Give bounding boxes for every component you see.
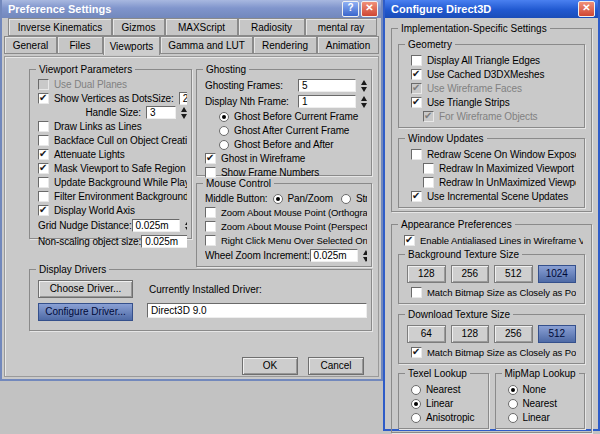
group-legend: Background Texture Size	[405, 249, 522, 260]
spinner-arrows[interactable]	[181, 107, 187, 119]
radio-texel-linear[interactable]: Linear	[411, 397, 480, 410]
checkbox-display-world-axis[interactable]: Display World Axis	[38, 204, 187, 217]
checkbox-zoom-orthographic[interactable]: Zoom About Mouse Point (Orthographic)	[205, 206, 367, 219]
tab-maxscript[interactable]: MAXScript	[165, 18, 238, 36]
checkbox-use-cached-d3dxmeshes[interactable]: Use Cached D3DXMeshes	[411, 68, 576, 81]
tab-mental-ray[interactable]: mental ray	[305, 18, 377, 36]
spinner-up-icon[interactable]	[361, 80, 367, 85]
size-button-128[interactable]: 128	[407, 265, 446, 283]
tab-viewports[interactable]: Viewports	[103, 36, 160, 55]
help-icon[interactable]: ?	[342, 1, 359, 17]
checkbox-filter-environment[interactable]: Filter Environment Backgrounds	[38, 190, 187, 203]
tab-animation[interactable]: Animation	[317, 36, 379, 54]
radio-texel-nearest[interactable]: Nearest	[411, 383, 480, 396]
checkbox-incremental-updates[interactable]: Use Incremental Scene Updates	[411, 190, 576, 203]
checkbox-right-click-menu[interactable]: Right Click Menu Over Selected Only	[205, 234, 367, 247]
tab-radiosity[interactable]: Radiosity	[238, 18, 305, 36]
spinner-up-icon[interactable]	[363, 250, 367, 255]
spinner-field[interactable]: 5	[298, 79, 356, 92]
radio-ghost-before-current-frame[interactable]: Ghost Before Current Frame	[219, 110, 367, 123]
tab-gamma-and-lut[interactable]: Gamma and LUT	[160, 36, 253, 54]
handle-size-spinner[interactable]: 3	[146, 106, 187, 119]
grid-nudge-spinner[interactable]: 0.025m	[132, 219, 187, 232]
tab-inverse-kinematics[interactable]: Inverse Kinematics	[8, 18, 112, 36]
vertex-size-spinner[interactable]: 2	[179, 92, 187, 105]
spinner-field[interactable]: 0.025m	[141, 235, 187, 248]
size-button-128[interactable]: 128	[451, 325, 490, 343]
wheel-zoom-spinner[interactable]: 0.025m	[310, 249, 367, 262]
checkbox-display-all-triangle-edges[interactable]: Display All Triangle Edges	[411, 54, 576, 67]
radio-mipmap-nearest[interactable]: Nearest	[508, 397, 577, 410]
radio-pan-zoom-label[interactable]: Pan/Zoom	[288, 193, 333, 204]
radio-ghost-after-current-frame[interactable]: Ghost After Current Frame	[219, 124, 367, 137]
preference-titlebar[interactable]: Preference Settings ? ✕	[2, 0, 381, 18]
size-button-256[interactable]: 256	[494, 325, 533, 343]
checkbox-antialiased-lines[interactable]: Enable Antialiased Lines in Wireframe Vi…	[404, 234, 583, 247]
spinner-down-icon[interactable]	[181, 114, 187, 119]
spinner-up-icon[interactable]	[181, 107, 187, 112]
size-button-1024[interactable]: 1024	[538, 265, 577, 283]
checkbox-match-bitmap-download[interactable]: Match Bitmap Size as Closely as Possible	[411, 346, 576, 359]
spinner-field[interactable]: 3	[146, 106, 176, 119]
checkbox-icon	[205, 167, 216, 178]
spinner-down-icon[interactable]	[185, 227, 187, 232]
tab-general[interactable]: General	[4, 36, 57, 54]
tab-gizmos[interactable]: Gizmos	[112, 18, 165, 36]
size-button-64[interactable]: 64	[407, 325, 446, 343]
close-icon[interactable]: ✕	[361, 1, 378, 17]
group-legend: Display Drivers	[36, 264, 109, 275]
close-icon[interactable]: ✕	[578, 1, 595, 17]
checkbox-redraw-unmaximized[interactable]: Redraw In UnMaximized Viewports	[423, 176, 576, 189]
viewports-tab-panel: Viewport Parameters Use Dual Planes Show…	[4, 56, 379, 377]
spinner-field[interactable]: 0.025m	[310, 249, 358, 262]
cancel-button[interactable]: Cancel	[308, 357, 364, 375]
checkbox-update-background[interactable]: Update Background While Playing	[38, 176, 187, 189]
tab-rendering[interactable]: Rendering	[253, 36, 317, 54]
spinner-up-icon[interactable]	[361, 96, 367, 101]
radio-stroke-label[interactable]: Stroke	[356, 193, 367, 204]
checkbox-attenuate-lights[interactable]: Attenuate Lights	[38, 148, 187, 161]
spinner-arrows[interactable]	[361, 96, 367, 108]
size-button-512[interactable]: 512	[538, 325, 577, 343]
preference-settings-window: Preference Settings ? ✕ Inverse Kinemati…	[0, 0, 383, 381]
ok-button[interactable]: OK	[242, 357, 298, 375]
spinner-down-icon[interactable]	[361, 87, 367, 92]
checkbox-backface-cull[interactable]: Backface Cull on Object Creation	[38, 134, 187, 147]
spinner-down-icon[interactable]	[361, 103, 367, 108]
group-legend: Implementation-Specific Settings	[398, 23, 550, 34]
radio-mipmap-linear[interactable]: Linear	[508, 411, 577, 424]
spinner-arrows[interactable]	[363, 250, 367, 262]
radio-pan-zoom-icon[interactable]	[273, 194, 283, 204]
spinner-up-icon[interactable]	[185, 220, 187, 225]
spinner-arrows[interactable]	[361, 80, 367, 92]
checkbox-match-bitmap-background[interactable]: Match Bitmap Size as Closely as Possible	[411, 286, 576, 299]
checkbox-mask-viewport[interactable]: Mask Viewport to Safe Region	[38, 162, 187, 175]
radio-stroke-icon[interactable]	[341, 194, 351, 204]
ghosting-frames-spinner[interactable]: 5	[298, 79, 367, 92]
checkbox-show-vertices-as-dots[interactable]: Show Vertices as Dots Size: 2	[38, 92, 187, 105]
radio-ghost-before-and-after[interactable]: Ghost Before and After	[219, 138, 367, 151]
checkbox-ghost-in-wireframe[interactable]: Ghost in Wireframe	[205, 152, 367, 165]
spinner-arrows[interactable]	[185, 220, 187, 232]
radio-icon	[508, 385, 518, 395]
spinner-field[interactable]: 0.025m	[132, 219, 180, 232]
checkbox-redraw-on-expose[interactable]: Redraw Scene On Window Expose	[411, 148, 576, 161]
checkbox-draw-links-as-lines[interactable]: Draw Links as Lines	[38, 120, 187, 133]
checkbox-use-triangle-strips[interactable]: Use Triangle Strips	[411, 96, 576, 109]
spinner-field[interactable]: 2	[179, 92, 187, 105]
group-legend: Texel Lookup	[405, 368, 470, 379]
size-button-256[interactable]: 256	[451, 265, 490, 283]
tab-files[interactable]: Files	[57, 36, 103, 54]
size-button-512[interactable]: 512	[494, 265, 533, 283]
display-nth-frame-spinner[interactable]: 1	[298, 95, 367, 108]
radio-mipmap-none[interactable]: None	[508, 383, 577, 396]
radio-texel-anisotropic[interactable]: Anisotropic	[411, 411, 480, 424]
spinner-down-icon[interactable]	[363, 257, 367, 262]
spinner-field[interactable]: 1	[298, 95, 356, 108]
choose-driver-button[interactable]: Choose Driver...	[38, 280, 133, 298]
configure-driver-button[interactable]: Configure Driver...	[38, 303, 133, 321]
configure-titlebar[interactable]: Configure Direct3D ✕	[385, 0, 598, 18]
non-scaling-spinner[interactable]: 0.025m	[141, 235, 187, 248]
checkbox-zoom-perspective[interactable]: Zoom About Mouse Point (Perspective)	[205, 220, 367, 233]
checkbox-redraw-maximized[interactable]: Redraw In Maximized Viewport	[423, 162, 576, 175]
